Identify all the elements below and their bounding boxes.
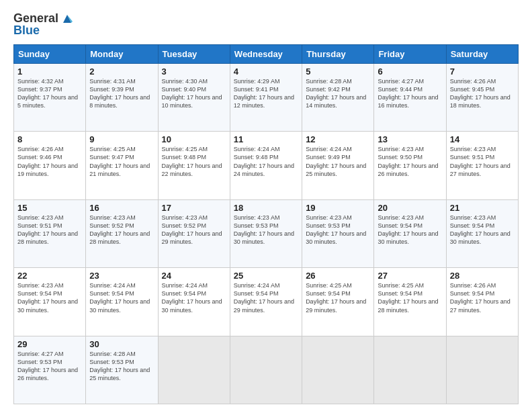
calendar-header-wednesday: Wednesday	[230, 44, 302, 63]
day-content: Sunrise: 4:23 AMSunset: 9:51 PMDaylight:…	[450, 145, 515, 178]
calendar-cell: 5Sunrise: 4:28 AMSunset: 9:42 PMDaylight…	[302, 63, 374, 131]
calendar-cell	[374, 336, 446, 404]
calendar-cell: 14Sunrise: 4:23 AMSunset: 9:51 PMDayligh…	[446, 132, 518, 199]
calendar-cell	[158, 336, 230, 404]
day-content: Sunrise: 4:25 AMSunset: 9:54 PMDaylight:…	[378, 281, 442, 314]
calendar-header-saturday: Saturday	[446, 44, 518, 63]
day-content: Sunrise: 4:24 AMSunset: 9:49 PMDaylight:…	[306, 145, 370, 178]
calendar-header-tuesday: Tuesday	[158, 44, 230, 63]
day-number: 29	[17, 339, 82, 349]
calendar-week-5: 29Sunrise: 4:27 AMSunset: 9:53 PMDayligh…	[14, 336, 519, 404]
calendar-cell: 29Sunrise: 4:27 AMSunset: 9:53 PMDayligh…	[14, 336, 86, 404]
calendar-cell: 16Sunrise: 4:23 AMSunset: 9:52 PMDayligh…	[86, 199, 158, 267]
calendar-cell: 27Sunrise: 4:25 AMSunset: 9:54 PMDayligh…	[374, 268, 446, 336]
calendar-cell: 2Sunrise: 4:31 AMSunset: 9:39 PMDaylight…	[86, 63, 158, 131]
calendar-header-monday: Monday	[86, 44, 158, 63]
calendar-cell	[302, 336, 374, 404]
calendar-cell: 4Sunrise: 4:29 AMSunset: 9:41 PMDaylight…	[230, 63, 302, 131]
day-number: 3	[162, 66, 226, 77]
logo-icon	[60, 12, 74, 26]
day-content: Sunrise: 4:27 AMSunset: 9:44 PMDaylight:…	[378, 77, 442, 110]
calendar-cell: 18Sunrise: 4:23 AMSunset: 9:53 PMDayligh…	[230, 199, 302, 267]
day-number: 24	[162, 271, 226, 281]
day-number: 28	[450, 271, 515, 281]
day-number: 22	[17, 271, 82, 281]
calendar-cell: 17Sunrise: 4:23 AMSunset: 9:52 PMDayligh…	[158, 199, 230, 267]
logo: General Blue	[13, 12, 74, 38]
day-number: 23	[89, 271, 154, 281]
day-number: 30	[89, 339, 154, 349]
day-content: Sunrise: 4:23 AMSunset: 9:51 PMDaylight:…	[17, 214, 82, 246]
calendar-cell: 7Sunrise: 4:26 AMSunset: 9:45 PMDaylight…	[446, 63, 518, 131]
day-content: Sunrise: 4:23 AMSunset: 9:54 PMDaylight:…	[378, 214, 442, 246]
calendar-cell: 10Sunrise: 4:25 AMSunset: 9:48 PMDayligh…	[158, 132, 230, 199]
calendar-cell: 28Sunrise: 4:26 AMSunset: 9:54 PMDayligh…	[446, 268, 518, 336]
day-number: 4	[234, 66, 298, 77]
calendar-cell: 1Sunrise: 4:32 AMSunset: 9:37 PMDaylight…	[14, 63, 86, 131]
day-number: 12	[306, 134, 370, 144]
day-number: 25	[234, 271, 298, 281]
calendar-cell: 9Sunrise: 4:25 AMSunset: 9:47 PMDaylight…	[86, 132, 158, 199]
day-content: Sunrise: 4:25 AMSunset: 9:48 PMDaylight:…	[162, 145, 226, 178]
day-content: Sunrise: 4:25 AMSunset: 9:54 PMDaylight:…	[306, 281, 370, 314]
calendar-cell: 15Sunrise: 4:23 AMSunset: 9:51 PMDayligh…	[14, 199, 86, 267]
day-number: 5	[306, 66, 370, 77]
calendar-cell: 3Sunrise: 4:30 AMSunset: 9:40 PMDaylight…	[158, 63, 230, 131]
day-number: 1	[17, 66, 82, 77]
day-content: Sunrise: 4:23 AMSunset: 9:53 PMDaylight:…	[234, 214, 298, 246]
day-number: 19	[306, 203, 370, 213]
calendar-cell: 26Sunrise: 4:25 AMSunset: 9:54 PMDayligh…	[302, 268, 374, 336]
calendar-header-friday: Friday	[374, 44, 446, 63]
day-number: 20	[378, 203, 442, 213]
day-number: 18	[234, 203, 298, 213]
calendar-cell: 30Sunrise: 4:28 AMSunset: 9:53 PMDayligh…	[86, 336, 158, 404]
calendar-cell: 8Sunrise: 4:26 AMSunset: 9:46 PMDaylight…	[14, 132, 86, 199]
day-number: 14	[450, 134, 515, 144]
calendar-cell: 25Sunrise: 4:24 AMSunset: 9:54 PMDayligh…	[230, 268, 302, 336]
calendar-header-row: SundayMondayTuesdayWednesdayThursdayFrid…	[14, 44, 519, 63]
day-content: Sunrise: 4:25 AMSunset: 9:47 PMDaylight:…	[89, 145, 154, 178]
calendar-cell: 11Sunrise: 4:24 AMSunset: 9:48 PMDayligh…	[230, 132, 302, 199]
day-content: Sunrise: 4:23 AMSunset: 9:50 PMDaylight:…	[378, 145, 442, 178]
calendar-cell: 23Sunrise: 4:24 AMSunset: 9:54 PMDayligh…	[86, 268, 158, 336]
calendar-cell	[230, 336, 302, 404]
calendar-cell: 6Sunrise: 4:27 AMSunset: 9:44 PMDaylight…	[374, 63, 446, 131]
calendar-table: SundayMondayTuesdayWednesdayThursdayFrid…	[13, 44, 519, 404]
calendar-cell: 24Sunrise: 4:24 AMSunset: 9:54 PMDayligh…	[158, 268, 230, 336]
day-content: Sunrise: 4:28 AMSunset: 9:53 PMDaylight:…	[89, 350, 154, 383]
day-content: Sunrise: 4:29 AMSunset: 9:41 PMDaylight:…	[234, 77, 298, 110]
day-content: Sunrise: 4:27 AMSunset: 9:53 PMDaylight:…	[17, 350, 82, 383]
day-number: 7	[450, 66, 515, 77]
day-number: 26	[306, 271, 370, 281]
day-number: 11	[234, 134, 298, 144]
day-content: Sunrise: 4:24 AMSunset: 9:54 PMDaylight:…	[162, 281, 226, 314]
day-content: Sunrise: 4:26 AMSunset: 9:46 PMDaylight:…	[17, 145, 82, 178]
calendar-cell: 19Sunrise: 4:23 AMSunset: 9:53 PMDayligh…	[302, 199, 374, 267]
page: General Blue SundayMondayTuesdayWednesda…	[0, 0, 532, 411]
calendar-header-sunday: Sunday	[14, 44, 86, 63]
day-number: 21	[450, 203, 515, 213]
calendar-cell: 22Sunrise: 4:23 AMSunset: 9:54 PMDayligh…	[14, 268, 86, 336]
day-content: Sunrise: 4:24 AMSunset: 9:54 PMDaylight:…	[89, 281, 154, 314]
day-content: Sunrise: 4:24 AMSunset: 9:54 PMDaylight:…	[234, 281, 298, 314]
logo-blue-text: Blue	[13, 24, 74, 38]
day-content: Sunrise: 4:31 AMSunset: 9:39 PMDaylight:…	[89, 77, 154, 110]
day-number: 13	[378, 134, 442, 144]
day-number: 6	[378, 66, 442, 77]
calendar-week-2: 8Sunrise: 4:26 AMSunset: 9:46 PMDaylight…	[14, 132, 519, 199]
day-content: Sunrise: 4:30 AMSunset: 9:40 PMDaylight:…	[162, 77, 226, 110]
day-content: Sunrise: 4:23 AMSunset: 9:54 PMDaylight:…	[450, 214, 515, 246]
calendar-week-3: 15Sunrise: 4:23 AMSunset: 9:51 PMDayligh…	[14, 199, 519, 267]
day-number: 16	[89, 203, 154, 213]
day-content: Sunrise: 4:23 AMSunset: 9:52 PMDaylight:…	[89, 214, 154, 246]
day-number: 27	[378, 271, 442, 281]
day-content: Sunrise: 4:32 AMSunset: 9:37 PMDaylight:…	[17, 77, 82, 110]
day-number: 17	[162, 203, 226, 213]
day-content: Sunrise: 4:28 AMSunset: 9:42 PMDaylight:…	[306, 77, 370, 110]
day-number: 15	[17, 203, 82, 213]
day-content: Sunrise: 4:23 AMSunset: 9:54 PMDaylight:…	[17, 281, 82, 314]
day-content: Sunrise: 4:24 AMSunset: 9:48 PMDaylight:…	[234, 145, 298, 178]
day-content: Sunrise: 4:23 AMSunset: 9:52 PMDaylight:…	[162, 214, 226, 246]
calendar-week-1: 1Sunrise: 4:32 AMSunset: 9:37 PMDaylight…	[14, 63, 519, 131]
calendar-header-thursday: Thursday	[302, 44, 374, 63]
